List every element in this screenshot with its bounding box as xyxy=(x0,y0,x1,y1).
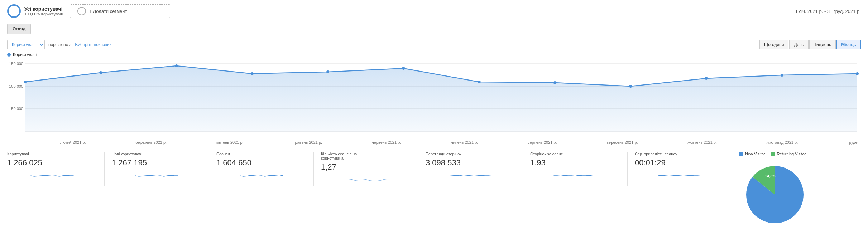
tab-overview[interactable]: Огляд xyxy=(7,24,31,34)
stat-sparkline-2 xyxy=(216,170,306,181)
stat-sparkline-1 xyxy=(112,170,202,181)
x-label-1: лютий 2021 р. xyxy=(60,140,86,145)
svg-point-9 xyxy=(175,64,178,67)
stats-grid: Користувачі 1 266 025 Нові користувачі 1… xyxy=(7,152,739,186)
x-label-10: листопад 2021 р. xyxy=(767,140,798,145)
stat-sessions-per-user: Кількість сеансів на користувача 1,27 xyxy=(321,152,418,186)
chart-legend: Користувачі xyxy=(7,52,861,57)
legend-label-users: Користувачі xyxy=(13,52,37,57)
svg-point-8 xyxy=(99,71,102,74)
stat-sparkline-4 xyxy=(426,170,515,181)
stat-sparkline-5 xyxy=(530,170,620,181)
svg-point-18 xyxy=(856,72,859,75)
compare-text: порівняно з xyxy=(48,42,71,47)
stat-value-0: 1 266 025 xyxy=(7,158,97,167)
svg-text:150 000: 150 000 xyxy=(9,62,23,66)
new-visitor-label: New Visitor xyxy=(745,152,765,156)
stat-label-4: Перегляди сторінок xyxy=(426,152,476,156)
add-segment-label: + Додати сегмент xyxy=(89,9,127,14)
x-label-11: груде... xyxy=(848,140,861,145)
pie-legend: New Visitor Returning Visitor xyxy=(739,152,806,156)
segment-circle-inner xyxy=(12,9,16,13)
stat-label-6: Сер. тривалість сеансу xyxy=(635,152,685,156)
svg-point-14 xyxy=(553,81,556,84)
stat-sparkline-3 xyxy=(321,175,411,185)
stat-value-6: 00:01:29 xyxy=(635,158,725,167)
stat-sparkline-6 xyxy=(635,170,725,181)
svg-point-16 xyxy=(705,77,708,80)
returning-visitor-color-swatch xyxy=(771,152,775,156)
add-segment-circle-icon xyxy=(77,7,86,15)
svg-point-15 xyxy=(629,85,632,88)
add-segment-button[interactable]: + Додати сегмент xyxy=(70,4,170,18)
compare-link[interactable]: Виберіть показник xyxy=(75,42,111,47)
svg-point-13 xyxy=(478,81,481,83)
chart-area: Користувачі 150 000 100 000 50 000 xyxy=(0,52,868,145)
legend-dot-users xyxy=(7,53,11,57)
toolbar: Користувачі порівняно з Виберіть показни… xyxy=(0,37,868,52)
toolbar-left: Користувачі порівняно з Виберіть показни… xyxy=(7,40,111,49)
pie-chart-svg: 14,3% xyxy=(743,162,807,227)
x-labels: ... лютий 2021 р. березень 2021 р. квіте… xyxy=(7,139,861,145)
x-label-8: вересень 2021 р. xyxy=(606,140,638,145)
stat-value-4: 3 098 533 xyxy=(426,158,515,167)
legend-item-new: New Visitor xyxy=(739,152,765,156)
stat-pageviews: Перегляди сторінок 3 098 533 xyxy=(426,152,523,186)
time-btn-week[interactable]: Тиждень xyxy=(809,40,836,49)
stat-sparkline-0 xyxy=(7,170,97,181)
stat-sessions: Сеанси 1 604 650 xyxy=(216,152,314,186)
chart-wrapper: 150 000 100 000 50 000 xyxy=(7,60,861,139)
segment-sub: 100,00% Користувачі xyxy=(24,12,63,16)
metric-select[interactable]: Користувачі xyxy=(7,40,45,49)
x-label-9: жовтень 2021 р. xyxy=(687,140,717,145)
svg-point-7 xyxy=(24,81,27,83)
tabs-bar: Огляд xyxy=(0,21,868,37)
stat-value-1: 1 267 195 xyxy=(112,158,202,167)
svg-text:50 000: 50 000 xyxy=(11,107,23,111)
pie-container: 14,3% xyxy=(739,159,811,229)
x-label-7: серпень 2021 р. xyxy=(528,140,557,145)
stat-new-users: Нові користувачі 1 267 195 xyxy=(112,152,209,186)
time-btn-month[interactable]: Місяць xyxy=(836,40,861,49)
stat-label-1: Нові користувачі xyxy=(112,152,162,156)
stat-label-5: Сторінок за сеанс xyxy=(530,152,580,156)
stat-value-5: 1,93 xyxy=(530,158,620,167)
stat-pages-per-session: Сторінок за сеанс 1,93 xyxy=(530,152,628,186)
toolbar-right: Щогодини День Тиждень Місяць xyxy=(759,40,861,49)
chart-svg: 150 000 100 000 50 000 xyxy=(7,60,861,139)
x-label-6: липень 2021 р. xyxy=(451,140,478,145)
header-area: Усі користувачі 100,00% Користувачі + До… xyxy=(0,0,868,21)
new-visitor-color-swatch xyxy=(739,152,743,156)
stat-label-2: Сеанси xyxy=(216,152,267,156)
x-label-0: ... xyxy=(7,140,10,145)
stat-users: Користувачі 1 266 025 xyxy=(7,152,105,186)
stats-section: Користувачі 1 266 025 Нові користувачі 1… xyxy=(0,145,868,229)
svg-text:100 000: 100 000 xyxy=(9,84,23,88)
time-btn-hourly[interactable]: Щогодини xyxy=(759,40,788,49)
stat-label-3: Кількість сеансів на користувача xyxy=(321,152,371,160)
time-btn-day[interactable]: День xyxy=(789,40,809,49)
all-users-segment: Усі користувачі 100,00% Користувачі xyxy=(7,4,63,18)
date-range: 1 січ. 2021 р. - 31 груд. 2021 р. xyxy=(795,9,861,14)
x-label-4: травень 2021 р. xyxy=(293,140,322,145)
x-label-3: квітень 2021 р. xyxy=(216,140,244,145)
x-label-2: березень 2021 р. xyxy=(135,140,167,145)
returning-visitor-label: Returning Visitor xyxy=(777,152,806,156)
stat-avg-session-duration: Сер. тривалість сеансу 00:01:29 xyxy=(635,152,732,186)
segment-name: Усі користувачі xyxy=(24,6,63,12)
segment-circle xyxy=(7,4,21,18)
svg-point-10 xyxy=(251,72,254,75)
pie-section: New Visitor Returning Visitor xyxy=(739,152,861,229)
svg-point-11 xyxy=(326,70,329,73)
stat-value-2: 1 604 650 xyxy=(216,158,306,167)
segment-area: Усі користувачі 100,00% Користувачі + До… xyxy=(7,4,170,18)
stat-value-3: 1,27 xyxy=(321,162,411,172)
svg-point-12 xyxy=(402,67,405,70)
pie-returning-label: 14,3% xyxy=(765,174,776,178)
svg-point-17 xyxy=(781,74,783,77)
legend-item-returning: Returning Visitor xyxy=(771,152,806,156)
stat-label-0: Користувачі xyxy=(7,152,57,156)
x-label-5: червень 2021 р. xyxy=(372,140,401,145)
segment-label: Усі користувачі 100,00% Користувачі xyxy=(24,6,63,16)
